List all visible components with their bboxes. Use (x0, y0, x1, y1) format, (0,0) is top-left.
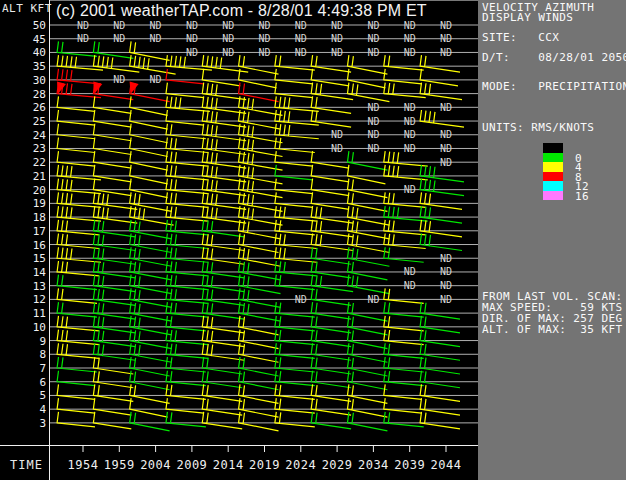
nd-label: ND (258, 47, 270, 58)
nd-label: ND (440, 33, 452, 44)
altitude-label: 24 (33, 129, 47, 142)
nd-label: ND (367, 143, 379, 154)
wind-barb (57, 234, 99, 249)
nd-label: ND (331, 129, 343, 140)
time-label: 2034 (358, 458, 389, 472)
time-label: 2014 (213, 458, 244, 472)
legend-label-16: 16 (575, 190, 589, 203)
nd-label: ND (367, 102, 379, 113)
wind-barb (275, 412, 315, 427)
legend-swatch-12 (543, 181, 563, 191)
wind-barb (275, 151, 313, 166)
legend-swatch-4 (543, 162, 563, 172)
panel-title-line2: DISPLAY WINDS (482, 13, 573, 23)
wind-barb (57, 261, 99, 276)
wind-barb (166, 275, 208, 290)
nd-label: ND (367, 294, 379, 305)
nd-label: ND (440, 102, 452, 113)
nd-label: ND (150, 74, 162, 85)
wind-barb (275, 357, 315, 372)
altitude-label: 8 (39, 348, 46, 361)
wind-barb (166, 69, 204, 84)
wind-barb (166, 124, 206, 139)
time-label: 2009 (176, 458, 207, 472)
wind-barb (275, 220, 315, 235)
wind-barb (166, 371, 206, 386)
wind-barb (275, 234, 317, 249)
time-label: 1954 (68, 458, 99, 472)
wind-barb (275, 247, 317, 262)
wind-barb (166, 137, 208, 152)
altitude-label: 35 (33, 60, 46, 73)
wind-barb (275, 179, 313, 194)
wind-barb (57, 357, 97, 372)
wind-barb (166, 412, 206, 427)
wind-barb (384, 371, 424, 386)
wind-barb (166, 83, 204, 98)
altitude-label: 30 (33, 74, 46, 87)
wind-barb (57, 316, 99, 331)
wind-barb (166, 384, 206, 399)
wind-barb (384, 302, 424, 317)
wind-barb (275, 124, 319, 139)
wind-barb (347, 151, 387, 170)
wind-barb (130, 412, 170, 431)
nd-label: ND (295, 47, 307, 58)
wind-barb (166, 398, 204, 413)
altitude-label: 14 (33, 266, 47, 279)
altitude-label: 13 (33, 280, 46, 293)
altitude-label: 25 (33, 115, 46, 128)
wind-barb (384, 384, 422, 399)
wind-barb (347, 55, 387, 74)
plot-svg: 5045403530282625242322212019181716151413… (0, 0, 478, 480)
altitude-label: 15 (33, 252, 46, 265)
site-line: SITE: CCX (482, 33, 559, 43)
wind-barb (130, 96, 168, 115)
nd-label: ND (331, 143, 343, 154)
nd-label: ND (404, 116, 416, 127)
nd-label: ND (404, 20, 416, 31)
legend-swatch-16 (543, 191, 563, 201)
nd-label: ND (222, 33, 234, 44)
nd-label: ND (404, 33, 416, 44)
vad-wind-profile-screen: ALT KFT (c) 2001 weatherTAP.com - 8/28/0… (0, 0, 626, 480)
time-label: 1959 (104, 458, 135, 472)
wind-barb (347, 412, 387, 431)
altitude-label: 3 (39, 417, 46, 430)
datetime-line: D/T: 08/28/01 2050Z (482, 53, 626, 63)
wind-barb (384, 343, 424, 358)
altitude-label: 45 (33, 33, 46, 46)
wind-barb (130, 124, 168, 143)
nd-label: ND (113, 74, 125, 85)
wind-barb (384, 69, 422, 84)
wind-barb (57, 371, 95, 386)
nd-label: ND (367, 47, 379, 58)
nd-label: ND (150, 33, 162, 44)
nd-label: ND (258, 33, 270, 44)
wind-barb (275, 165, 313, 180)
nd-label: ND (404, 102, 416, 113)
wind-barb (384, 247, 424, 262)
nd-label: ND (186, 20, 198, 31)
time-label: 2039 (394, 458, 425, 472)
nd-label: ND (222, 20, 234, 31)
wind-barb (166, 288, 208, 303)
wind-barb (57, 302, 97, 317)
time-label: 2004 (140, 458, 171, 472)
altitude-label: 20 (33, 184, 46, 197)
wind-barb (57, 398, 95, 413)
altitude-label: 11 (33, 307, 46, 320)
wind-barb (275, 330, 315, 345)
nd-label: ND (77, 20, 89, 31)
wind-barb (166, 330, 208, 345)
wind-barb (130, 165, 168, 184)
altitude-label: 4 (39, 403, 46, 416)
nd-label: ND (331, 33, 343, 44)
wind-barb (57, 137, 95, 152)
wind-barb (347, 83, 389, 102)
wind-barb (275, 83, 313, 98)
wind-barb (130, 137, 168, 156)
legend-swatch-8 (543, 172, 563, 182)
nd-label: ND (404, 280, 416, 291)
nd-label: ND (404, 143, 416, 154)
